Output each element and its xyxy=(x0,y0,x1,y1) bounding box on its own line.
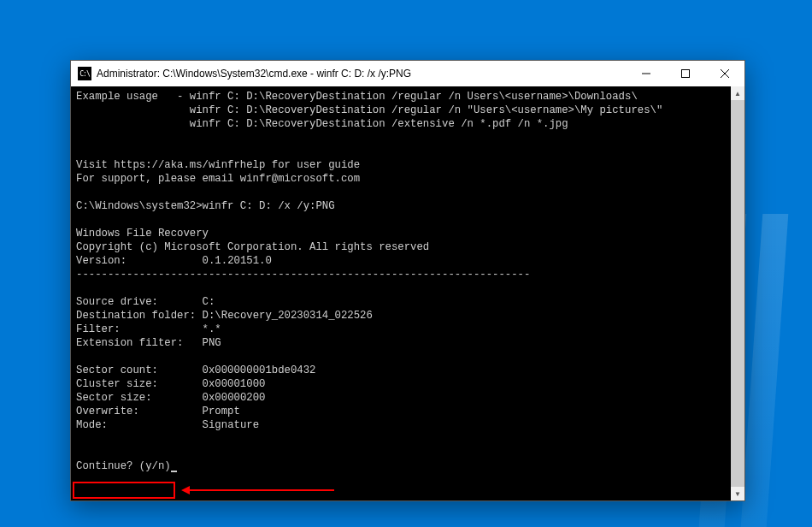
cluster-value: 0x00001000 xyxy=(203,378,266,390)
prompt-path: C:\Windows\system32> xyxy=(76,200,203,212)
sector-size-label: Sector size: xyxy=(76,392,152,404)
version-value: 0.1.20151.0 xyxy=(203,255,272,267)
scroll-down-icon[interactable]: ▼ xyxy=(731,487,744,500)
minimize-button[interactable] xyxy=(627,61,666,86)
titlebar[interactable]: C:\ Administrator: C:\Windows\System32\c… xyxy=(71,61,744,86)
mode-value: Signature xyxy=(203,419,259,431)
svg-rect-1 xyxy=(682,70,690,78)
window-title: Administrator: C:\Windows\System32\cmd.e… xyxy=(97,68,627,80)
scroll-up-icon[interactable]: ▲ xyxy=(731,86,744,100)
sector-count-label: Sector count: xyxy=(76,364,158,376)
overwrite-value: Prompt xyxy=(203,406,240,417)
filter-label: Filter: xyxy=(76,323,121,335)
source-value: C: xyxy=(203,296,215,308)
sector-size-value: 0x00000200 xyxy=(203,392,266,404)
support-line: For support, please email winfr@microsof… xyxy=(76,173,360,185)
annotation-arrow-line xyxy=(189,489,334,491)
sector-count-value: 0x000000001bde0432 xyxy=(203,364,316,376)
cursor xyxy=(171,471,177,472)
example-2: winfr C: D:\RecoveryDestination /regular… xyxy=(190,104,662,116)
annotation-highlight-box xyxy=(73,482,175,499)
example-usage-label: Example usage - xyxy=(76,91,190,103)
cluster-label: Cluster size: xyxy=(76,378,158,390)
overwrite-label: Overwrite: xyxy=(76,406,139,417)
copyright: Copyright (c) Microsoft Corporation. All… xyxy=(76,241,429,253)
separator: ----------------------------------------… xyxy=(76,269,530,281)
cmd-window: C:\ Administrator: C:\Windows\System32\c… xyxy=(70,60,745,501)
scrollbar[interactable]: ▲ ▼ xyxy=(731,86,744,500)
ext-value: PNG xyxy=(203,337,221,349)
scroll-thumb[interactable] xyxy=(731,100,744,487)
mode-label: Mode: xyxy=(76,419,108,431)
filter-value: *.* xyxy=(203,323,221,335)
app-name: Windows File Recovery xyxy=(76,228,209,240)
ext-label: Extension filter: xyxy=(76,337,183,349)
cmd-icon: C:\ xyxy=(78,67,91,80)
maximize-button[interactable] xyxy=(666,61,705,86)
example-1: winfr C: D:\RecoveryDestination /regular… xyxy=(190,91,638,103)
version-label: Version: xyxy=(76,255,127,267)
close-button[interactable] xyxy=(705,61,744,86)
dest-value: D:\Recovery_20230314_022526 xyxy=(203,310,373,322)
source-label: Source drive: xyxy=(76,296,158,308)
continue-prompt[interactable]: Continue? (y/n) xyxy=(76,460,171,472)
command-text: winfr C: D: /x /y:PNG xyxy=(203,200,335,212)
dest-label: Destination folder: xyxy=(76,310,196,322)
example-3: winfr C: D:\RecoveryDestination /extensi… xyxy=(190,118,568,130)
terminal-output[interactable]: Example usage - winfr C: D:\RecoveryDest… xyxy=(71,86,744,477)
help-line: Visit https://aka.ms/winfrhelp for user … xyxy=(76,159,360,171)
